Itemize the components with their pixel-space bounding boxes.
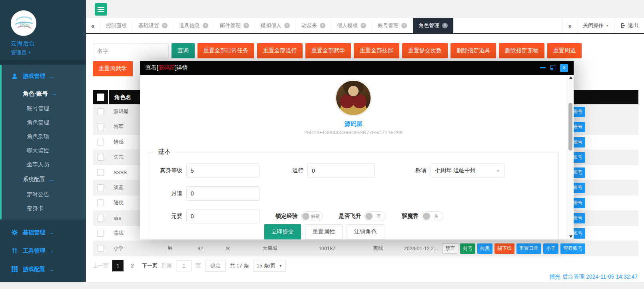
grid-icon (12, 266, 18, 273)
row-select-cell (93, 245, 108, 252)
title-select[interactable]: 七周年 道临中州▼ (431, 163, 504, 178)
tab-邮件管理[interactable]: 邮件管理× (214, 18, 255, 33)
sidebar-item-系统配置[interactable]: 系统配置→ (2, 171, 86, 187)
modal-button-立即提交[interactable]: 立即提交 (264, 224, 301, 239)
logout-button[interactable]: 退出 (614, 18, 644, 33)
row-checkbox[interactable] (97, 184, 104, 191)
close-tab-icon[interactable]: × (284, 23, 290, 28)
modal-button-重置属性[interactable]: 重置属性 (305, 224, 343, 239)
bulk-button-重置全部技能[interactable]: 重置全部技能 (354, 43, 399, 58)
row-action-踢下线[interactable]: 踢下线 (494, 243, 514, 254)
row-checkbox[interactable] (97, 169, 104, 176)
row-action-拉黑[interactable]: 拉黑 (477, 243, 492, 254)
row-checkbox[interactable] (97, 215, 104, 221)
bulk-button-重置提交次数[interactable]: 重置提交次数 (402, 43, 448, 58)
scroll-up-icon[interactable] (567, 75, 574, 80)
bulk-button-重置全部武学[interactable]: 重置全部武学 (305, 43, 351, 58)
chevron-down-icon: ▼ (496, 169, 500, 173)
row-select-cell (93, 154, 108, 161)
row-action-禁言[interactable]: 禁言 (442, 243, 458, 254)
search-input[interactable] (93, 43, 169, 58)
close-tab-icon[interactable]: × (203, 23, 208, 28)
daoxing-input[interactable] (307, 163, 375, 178)
tab-label: 账号管理 (378, 22, 399, 29)
tab-账号管理[interactable]: 账号管理× (372, 18, 413, 33)
close-tab-icon[interactable]: × (320, 23, 325, 28)
sidebar-item-游戏配置[interactable]: 游戏配置→ (0, 260, 86, 279)
tab-角色管理[interactable]: 角色管理× (413, 18, 454, 33)
yuedao-input[interactable] (186, 186, 259, 201)
tabs-scroll-left-icon[interactable]: « (86, 18, 100, 33)
row-checkbox[interactable] (97, 124, 104, 130)
sidebar-item-角色·账号[interactable]: 角色·账号→ (2, 86, 86, 102)
minimize-icon[interactable] (540, 67, 546, 68)
scroll-down-icon[interactable] (567, 234, 574, 239)
row-checkbox[interactable] (97, 199, 104, 206)
toggle-是否飞升[interactable]: 否 (364, 211, 386, 221)
level-input[interactable] (186, 163, 259, 178)
prev-page-button[interactable]: 上一页 (93, 262, 108, 269)
select-all-checkbox[interactable] (97, 94, 104, 101)
row-select-cell (93, 124, 108, 130)
tab-动起来[interactable]: 动起来× (296, 18, 331, 33)
modal-header[interactable]: 查看[源码屋]详情 × (140, 61, 574, 75)
sidebar-item-角色杂项[interactable]: 角色杂项 (2, 130, 86, 144)
row-action-小子[interactable]: 小子 (543, 243, 558, 254)
sidebar-item-角色管理[interactable]: 角色管理 (2, 116, 86, 130)
jump-confirm-button[interactable]: 确定 (205, 260, 226, 272)
sidebar-item-变身卡[interactable]: 变身卡 (2, 201, 86, 215)
tools-icon (12, 248, 18, 254)
page-button-2[interactable]: 2 (127, 260, 138, 271)
row-checkbox[interactable] (97, 139, 104, 145)
sidebar-item-游戏管理[interactable]: 游戏管理→ (2, 67, 86, 86)
bulk-button-重置全部道行[interactable]: 重置全部道行 (257, 43, 303, 58)
toggle-锁定经验[interactable]: 解锁 (301, 211, 323, 221)
jump-page-input[interactable] (176, 260, 192, 271)
close-operations-dropdown[interactable]: 关闭操作▼ (577, 18, 614, 33)
select-all-cell (93, 94, 108, 101)
bulk-button-重置周武学[interactable]: 重置周武学 (93, 61, 133, 76)
tab-基础设置[interactable]: 基础设置× (133, 18, 173, 33)
close-tab-icon[interactable]: × (243, 23, 249, 28)
row-action-重置日常[interactable]: 重置日常 (516, 243, 541, 254)
sidebar-item-聊天监控[interactable]: 聊天监控 (2, 144, 86, 157)
per-page-select[interactable]: 15 条/页▼ (253, 260, 286, 272)
user-role-dropdown[interactable]: 管理员▼ (11, 49, 86, 56)
bulk-button-删除指定道具[interactable]: 删除指定道具 (451, 43, 496, 58)
toggle-驱魔香[interactable]: 关 (422, 211, 443, 221)
close-tab-icon[interactable]: × (401, 23, 407, 28)
tabs-scroll-right-icon[interactable]: » (562, 18, 577, 33)
bulk-button-重置全部日常任务[interactable]: 重置全部日常任务 (197, 43, 254, 58)
modal-button-注销角色[interactable]: 注销角色 (347, 224, 384, 239)
next-page-button[interactable]: 下一页 (142, 260, 158, 271)
row-select-cell (93, 215, 108, 221)
page-button-1[interactable]: 1 (112, 260, 124, 271)
row-checkbox[interactable] (97, 245, 104, 252)
sidebar-item-工具管理[interactable]: 工具管理→ (0, 242, 86, 260)
close-tab-icon[interactable]: × (442, 23, 448, 28)
tab-模拟假人[interactable]: 模拟假人× (255, 18, 296, 33)
row-action-封号[interactable]: 封号 (460, 243, 475, 254)
row-checkbox[interactable] (97, 108, 104, 115)
bulk-button-删除指定宠物[interactable]: 删除指定宠物 (499, 43, 544, 58)
bulk-button-重置周道[interactable]: 重置周道 (547, 43, 582, 58)
sidebar-item-坐牢人员[interactable]: 坐牢人员 (2, 157, 86, 171)
close-icon[interactable]: × (560, 64, 568, 72)
tab-控制面板[interactable]: 控制面板 (100, 18, 133, 33)
search-button[interactable]: 查询 (171, 43, 195, 58)
sidebar-item-基础管理[interactable]: 基础管理→ (0, 223, 86, 242)
yuanying-input[interactable] (186, 209, 259, 223)
row-checkbox[interactable] (97, 230, 104, 237)
tab-假人模板[interactable]: 假人模板× (331, 18, 372, 33)
menu-toggle-button[interactable] (95, 3, 107, 16)
close-tab-icon[interactable]: × (162, 23, 167, 28)
row-action-查看账号[interactable]: 查看账号 (560, 243, 585, 254)
scrollbar-thumb[interactable] (568, 103, 572, 151)
modal-scrollbar[interactable] (567, 75, 574, 239)
sidebar-item-定时公告[interactable]: 定时公告 (2, 187, 86, 201)
maximize-icon[interactable] (550, 66, 555, 70)
sidebar-item-账号管理[interactable]: 账号管理 (2, 102, 86, 116)
tab-道具信息[interactable]: 道具信息× (173, 18, 214, 33)
row-checkbox[interactable] (97, 154, 104, 161)
close-tab-icon[interactable]: × (361, 23, 366, 28)
